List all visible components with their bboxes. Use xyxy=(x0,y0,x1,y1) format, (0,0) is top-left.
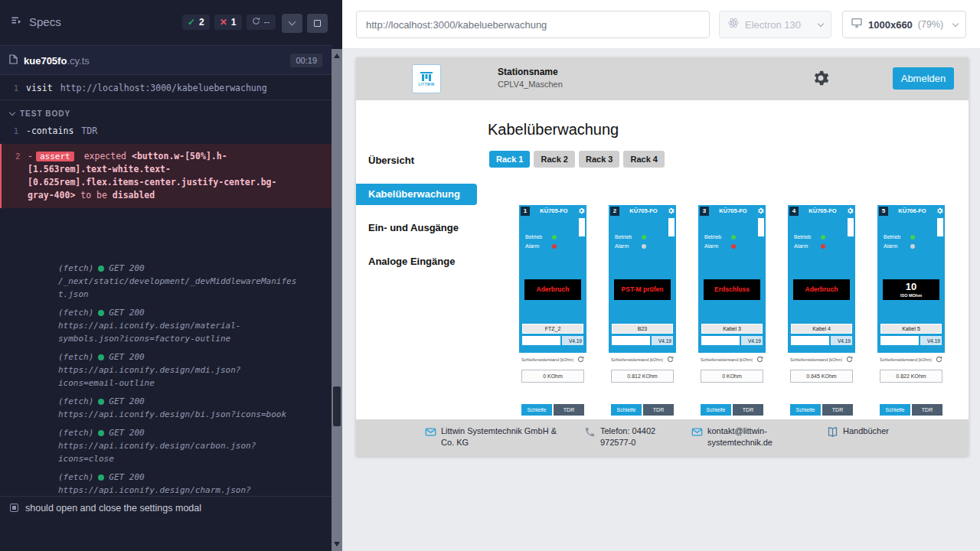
test-icon xyxy=(10,504,18,512)
device-settings-gear-icon[interactable] xyxy=(847,207,854,214)
device-model: KÜ705-FO xyxy=(531,207,577,214)
assert-message: -assert expected <button.w-[50%].h-[1.56… xyxy=(28,150,280,202)
tdr-button[interactable]: TDR xyxy=(822,404,853,416)
footer-text: kontakt@littwin-systemtechnik.de xyxy=(707,425,784,448)
alarm-led xyxy=(910,244,915,249)
page-title: Kabelüberwachung xyxy=(488,121,619,139)
device-settings-gear-icon[interactable] xyxy=(757,207,764,214)
command-visit[interactable]: 1 visit http://localhost:3000/kabelueber… xyxy=(0,80,332,96)
schleife-button[interactable]: Schleife xyxy=(521,404,552,416)
spec-file-row[interactable]: kue705fo.cy.ts 00:19 xyxy=(0,46,332,75)
book-icon xyxy=(827,426,838,438)
betrieb-led xyxy=(642,235,646,240)
stop-icon xyxy=(314,20,321,27)
spec-duration: 00:19 xyxy=(290,54,322,67)
schleife-button[interactable]: Schleife xyxy=(611,404,642,416)
refresh-icon[interactable] xyxy=(756,356,763,363)
littwin-logo: LITTWIN xyxy=(412,64,441,93)
zoom-level: (79%) xyxy=(918,19,943,30)
test-title-row[interactable]: should open and close the settings modal xyxy=(0,496,332,519)
footer-item: Littwin Systemtechnik GmbH & Co. KG xyxy=(425,425,564,448)
indicator-strip xyxy=(579,218,585,236)
fetch-status: GET 200 xyxy=(109,262,144,275)
firmware-version: V4.19 xyxy=(741,336,763,345)
alert-display: Aderbruch xyxy=(524,279,581,300)
browser-preview-pane: Electron 130 1000x660 (79%) LITTWIN Stat… xyxy=(342,0,980,551)
resistance-value: 0.822 KOhm xyxy=(880,370,942,383)
rack-cards: 1 KÜ705-FO Betrieb Alarm Aderbruch FTZ_2… xyxy=(519,205,945,418)
fetch-url: https://api.iconify.design/material-symb… xyxy=(58,319,300,345)
device-card: 2 KÜ705-FO Betrieb Alarm PST-M prüfen B2… xyxy=(609,205,676,418)
tdr-button[interactable]: TDR xyxy=(733,404,763,416)
chevron-down-icon xyxy=(952,20,959,26)
passed-stat: ✓2 xyxy=(182,15,210,30)
tdr-button[interactable]: TDR xyxy=(554,404,584,416)
viewport-select[interactable]: 1000x660 (79%) xyxy=(842,11,966,38)
footer-item: kontakt@littwin-systemtechnik.de xyxy=(691,425,784,448)
app-under-test: LITTWIN Stationsname CPLV4_Maschen Abmel… xyxy=(356,57,969,456)
sidebar-item--bersicht[interactable]: Übersicht xyxy=(356,150,488,171)
url-input[interactable] xyxy=(356,11,710,38)
device-settings-gear-icon[interactable] xyxy=(936,207,943,214)
iso-value: 10 xyxy=(906,282,916,292)
fetch-log-entry: (fetch)GET 200https://api.iconify.design… xyxy=(58,350,332,390)
test-title: should open and close the settings modal xyxy=(25,503,201,514)
stop-button[interactable] xyxy=(307,14,328,33)
browser-select[interactable]: Electron 130 xyxy=(719,11,831,38)
sidebar-item-kabel-berwachung[interactable]: Kabelüberwachung xyxy=(356,184,477,205)
fetch-log-entry: (fetch)GET 200https://api.iconify.design… xyxy=(58,471,332,496)
sidebar-item-analoge-eing-nge[interactable]: Analoge Eingänge xyxy=(356,251,488,272)
rack-tab[interactable]: Rack 4 xyxy=(623,151,664,168)
tdr-button[interactable]: TDR xyxy=(912,404,942,416)
x-icon: ✕ xyxy=(220,17,227,28)
scroll-up-arrow-icon[interactable] xyxy=(334,54,340,58)
phone-icon xyxy=(584,426,596,438)
rack-tab[interactable]: Rack 1 xyxy=(489,151,530,168)
schleife-button[interactable]: Schleife xyxy=(701,404,731,416)
refresh-icon[interactable] xyxy=(846,356,853,363)
status-dot xyxy=(98,266,104,272)
resistance-value: 0.645 KOhm xyxy=(790,370,853,383)
test-body-header[interactable]: TEST BODY xyxy=(0,105,332,122)
scrollbar-thumb[interactable] xyxy=(333,386,341,426)
command-row[interactable]: 1-containsTDR xyxy=(0,122,332,139)
assert-state: disabled xyxy=(113,190,155,201)
scrollbar-track[interactable] xyxy=(332,49,342,551)
sidebar-item-ein-und-ausg-nge[interactable]: Ein- und Ausgänge xyxy=(356,217,488,239)
device-card: 5 KÜ706-FO Betrieb Alarm 10ISO MOhm Kabe… xyxy=(877,205,945,418)
device-settings-gear-icon[interactable] xyxy=(668,207,675,214)
schleife-button[interactable]: Schleife xyxy=(790,404,821,416)
alert-display: Erdschluss xyxy=(704,279,760,300)
fetch-log-list: (fetch)GET 200/_next/static/development/… xyxy=(0,262,332,496)
rack-tab[interactable]: Rack 2 xyxy=(534,151,574,168)
resistance-label: Schleifenwiderstand [kOhm] xyxy=(701,357,753,362)
browser-name: Electron 130 xyxy=(745,19,801,31)
spec-file-icon xyxy=(9,54,18,67)
device-settings-gear-icon[interactable] xyxy=(578,207,585,214)
refresh-icon[interactable] xyxy=(577,356,584,363)
command-name: visit xyxy=(26,83,53,93)
logout-button[interactable]: Abmelden xyxy=(893,67,954,90)
reporter-scrollbar[interactable] xyxy=(332,0,342,551)
settings-gear-icon[interactable] xyxy=(812,70,829,90)
fetch-prefix: (fetch) xyxy=(58,350,93,364)
cypress-reporter-panel: Specs ✓2 ✕1 -- kue705fo.cy.ts 00:19 1 vi… xyxy=(0,0,332,551)
refresh-icon[interactable] xyxy=(667,356,674,363)
schleife-button[interactable]: Schleife xyxy=(880,404,910,416)
device-card: 4 KÜ705-FO Betrieb Alarm Aderbruch Kabel… xyxy=(788,205,855,418)
scroll-down-arrow-icon[interactable] xyxy=(334,542,340,546)
rack-tab[interactable]: Rack 3 xyxy=(579,151,619,168)
specs-menu-button[interactable]: Specs xyxy=(11,15,61,28)
email-icon xyxy=(425,426,436,438)
betrieb-label: Betrieb xyxy=(615,234,639,240)
fetch-status: GET 200 xyxy=(109,306,144,319)
command-name: -contains xyxy=(26,126,74,136)
status-dot xyxy=(98,399,104,405)
footer-text: Telefon: 04402 972577-0 xyxy=(600,425,681,448)
section-divider xyxy=(0,99,332,100)
collapse-button[interactable] xyxy=(282,14,302,33)
failed-assert-row[interactable]: 2 -assert expected <button.w-[50%].h-[1.… xyxy=(0,144,332,208)
refresh-icon[interactable] xyxy=(936,356,942,363)
firmware-version: V4.19 xyxy=(652,336,673,345)
tdr-button[interactable]: TDR xyxy=(643,404,674,416)
